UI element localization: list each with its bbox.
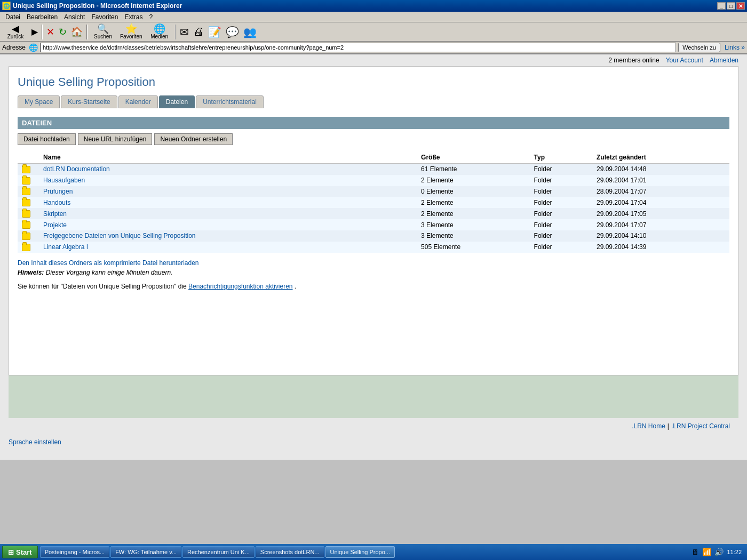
hinweis-content: Dieser Vorgang kann einige Minuten dauer…: [46, 269, 173, 276]
go-button[interactable]: Wechseln zu: [678, 43, 720, 52]
upload-button[interactable]: Datei hochladen: [18, 133, 76, 145]
refresh-button[interactable]: ↻: [57, 25, 68, 39]
tab-kurs-startseite[interactable]: Kurs-Startseite: [61, 95, 117, 108]
favorites-label: Favoriten: [120, 34, 142, 39]
file-table: Name Größe Typ Zuletzt geändert dotLRN D…: [18, 151, 729, 253]
footer-links: .LRN Home | .LRN Project Central: [9, 418, 738, 434]
msn-button[interactable]: 👥: [242, 24, 258, 40]
sprache-link[interactable]: Sprache einstellen: [9, 438, 61, 446]
menu-extras[interactable]: Extras: [121, 12, 146, 22]
edit-icon: 📝: [208, 26, 221, 38]
download-section: Den Inhalt dieses Ordners als komprimier…: [18, 259, 729, 276]
row-icon: [18, 230, 39, 242]
notify-before: Sie können für "Dateien von Unique Selli…: [18, 283, 188, 290]
row-icon: [18, 164, 39, 175]
menu-bearbeiten[interactable]: Bearbeiten: [23, 12, 61, 22]
file-link[interactable]: Skripten: [43, 210, 67, 218]
lrn-project-link[interactable]: .LRN Project Central: [671, 422, 730, 430]
file-link[interactable]: Prüfungen: [43, 188, 73, 195]
col-name: Name: [39, 151, 417, 164]
search-icon: 🔍: [97, 24, 109, 34]
row-name: Prüfungen: [39, 186, 417, 197]
tab-my-space[interactable]: My Space: [18, 95, 60, 108]
lrn-home-link[interactable]: .LRN Home: [632, 422, 665, 430]
new-folder-button[interactable]: Neuen Ordner erstellen: [154, 133, 233, 145]
row-type: Folder: [530, 230, 592, 242]
media-button[interactable]: 🌐 Medien: [146, 22, 173, 41]
back-icon: ◀: [12, 24, 19, 34]
menu-bar: Datei Bearbeiten Ansicht Favoriten Extra…: [0, 12, 747, 22]
close-button[interactable]: ✕: [736, 2, 745, 10]
col-type: Typ: [530, 151, 592, 164]
row-name: Hausaufgaben: [39, 175, 417, 186]
row-size: 0 Elemente: [417, 186, 529, 197]
abmelden-link[interactable]: Abmelden: [710, 57, 738, 64]
your-account-link[interactable]: Your Account: [666, 57, 703, 64]
print-icon: 🖨: [193, 26, 204, 38]
row-name: Skripten: [39, 208, 417, 219]
table-row: Linear Algebra I 505 Elemente Folder 29.…: [18, 242, 729, 253]
mail-button[interactable]: ✉: [178, 24, 190, 40]
row-icon: [18, 242, 39, 253]
address-input[interactable]: [40, 43, 676, 52]
search-label: Suchen: [94, 34, 112, 39]
table-row: Freigegebene Dateien von Unique Selling …: [18, 230, 729, 242]
table-row: Skripten 2 Elemente Folder 29.09.2004 17…: [18, 208, 729, 219]
file-link[interactable]: Hausaufgaben: [43, 177, 85, 184]
row-icon: [18, 219, 39, 230]
forward-button[interactable]: ▶: [30, 25, 39, 38]
minimize-button[interactable]: _: [717, 2, 726, 10]
discuss-button[interactable]: 💬: [224, 24, 241, 40]
col-modified: Zuletzt geändert: [592, 151, 729, 164]
home-button[interactable]: 🏠: [69, 25, 84, 39]
row-modified: 29.09.2004 17:01: [592, 175, 729, 186]
search-button[interactable]: 🔍 Suchen: [90, 22, 116, 41]
page-header-bar: 2 members online Your Account Abmelden: [0, 54, 747, 66]
tab-dateien[interactable]: Dateien: [159, 95, 195, 108]
tabs-container: My Space Kurs-Startseite Kalender Dateie…: [18, 95, 729, 108]
print-button[interactable]: 🖨: [192, 24, 205, 39]
file-link[interactable]: Freigegebene Dateien von Unique Selling …: [43, 232, 196, 239]
table-row: Projekte 3 Elemente Folder 29.09.2004 17…: [18, 219, 729, 230]
menu-ansicht[interactable]: Ansicht: [61, 12, 88, 22]
members-online: 2 members online: [608, 57, 659, 64]
media-label: Medien: [150, 34, 168, 39]
tab-kalender[interactable]: Kalender: [118, 95, 158, 108]
row-size: 2 Elemente: [417, 197, 529, 208]
favorites-button[interactable]: ⭐ Favoriten: [117, 22, 145, 41]
toolbar: ◀ Zurück ▶ ✕ ↻ 🏠 🔍 Suchen ⭐ Favoriten 🌐 …: [0, 22, 747, 42]
file-link[interactable]: Projekte: [43, 221, 67, 229]
discuss-icon: 💬: [226, 26, 239, 38]
download-link[interactable]: Den Inhalt dieses Ordners als komprimier…: [18, 259, 199, 267]
menu-favoriten[interactable]: Favoriten: [88, 12, 121, 22]
row-modified: 29.09.2004 17:05: [592, 208, 729, 219]
row-type: Folder: [530, 242, 592, 253]
notify-link[interactable]: Benachrichtigungsfunktion aktivieren: [188, 283, 292, 290]
row-type: Folder: [530, 197, 592, 208]
separator-3: [175, 25, 176, 39]
add-url-button[interactable]: Neue URL hinzufügen: [78, 133, 153, 145]
file-link[interactable]: Handouts: [43, 199, 70, 206]
action-buttons: Datei hochladen Neue URL hinzufügen Neue…: [18, 133, 729, 145]
row-type: Folder: [530, 208, 592, 219]
row-type: Folder: [530, 186, 592, 197]
maximize-button[interactable]: □: [727, 2, 735, 10]
menu-datei[interactable]: Datei: [2, 12, 23, 22]
row-size: 61 Elemente: [417, 164, 529, 175]
stop-button[interactable]: ✕: [45, 25, 56, 39]
msn-icon: 👥: [243, 26, 257, 38]
row-icon: [18, 186, 39, 197]
edit-button[interactable]: 📝: [206, 24, 223, 40]
tab-unterrichtsmaterial[interactable]: Unterrichtsmaterial: [196, 95, 264, 108]
row-icon: [18, 175, 39, 186]
menu-help[interactable]: ?: [146, 12, 156, 22]
back-button[interactable]: ◀ Zurück: [2, 22, 29, 41]
page-main: Unique Selling Proposition My Space Kurs…: [9, 66, 738, 375]
file-link[interactable]: Linear Algebra I: [43, 243, 88, 251]
section-header-text: DATEIEN: [22, 119, 52, 127]
row-size: 2 Elemente: [417, 175, 529, 186]
row-icon: [18, 197, 39, 208]
file-link[interactable]: dotLRN Documentation: [43, 165, 110, 173]
row-name: Projekte: [39, 219, 417, 230]
stop-icon: ✕: [46, 26, 54, 38]
